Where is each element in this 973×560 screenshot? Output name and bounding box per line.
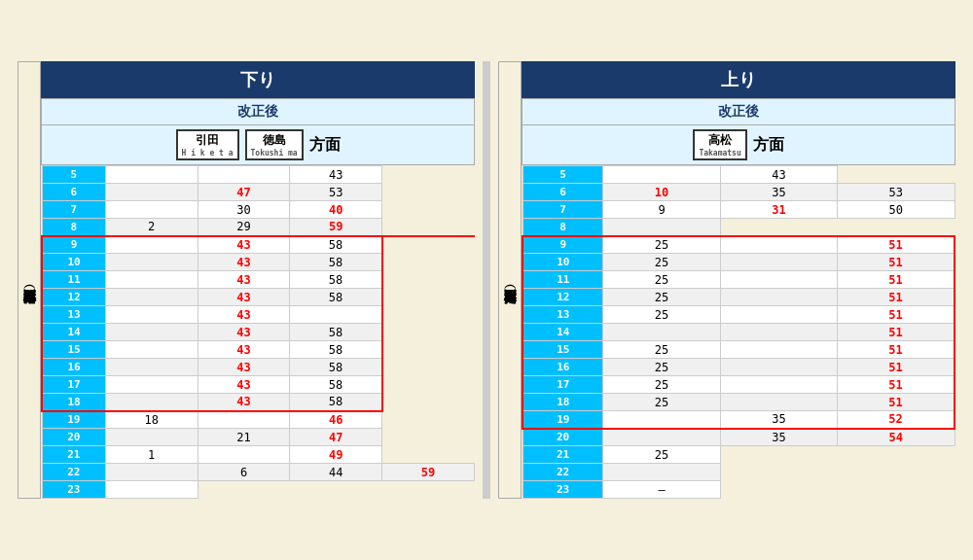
time-cell: 25 bbox=[603, 271, 720, 289]
time-cell: 59 bbox=[290, 219, 382, 236]
hour-cell: 22 bbox=[523, 464, 603, 481]
time-cell: 58 bbox=[290, 236, 382, 254]
hour-cell: 10 bbox=[523, 254, 603, 271]
hour-cell: 16 bbox=[42, 359, 105, 376]
time-cell bbox=[105, 464, 198, 481]
left-table-area: 下り 改正後 引田 H i k e t a 徳島 Tokushi ma 方面 5… bbox=[41, 61, 475, 499]
time-cell: 47 bbox=[198, 184, 290, 201]
time-cell: 52 bbox=[838, 411, 955, 429]
time-cell bbox=[720, 236, 837, 254]
time-cell: 47 bbox=[290, 429, 382, 446]
time-cell bbox=[105, 341, 198, 359]
time-cell: 9 bbox=[603, 201, 720, 219]
time-cell: 53 bbox=[838, 184, 955, 201]
time-cell bbox=[105, 481, 198, 499]
time-cell: 58 bbox=[290, 376, 382, 394]
time-cell bbox=[720, 376, 837, 394]
right-timetable-wrapper: 5436103553793150892551102551112551122551… bbox=[522, 165, 955, 499]
time-cell bbox=[720, 341, 837, 359]
left-section: 三本松駅（徳島方面） 下り 改正後 引田 H i k e t a 徳島 Toku… bbox=[18, 61, 475, 499]
time-cell: 43 bbox=[198, 341, 290, 359]
time-cell: — bbox=[603, 481, 720, 499]
time-cell: 21 bbox=[198, 429, 290, 446]
left-subheader: 改正後 bbox=[41, 98, 475, 125]
time-cell: 43 bbox=[198, 306, 290, 324]
time-cell: 49 bbox=[290, 446, 382, 464]
hour-cell: 17 bbox=[42, 376, 105, 394]
hour-cell: 19 bbox=[523, 411, 603, 429]
hour-cell: 6 bbox=[42, 184, 105, 201]
time-cell bbox=[603, 324, 720, 341]
time-cell: 58 bbox=[290, 341, 382, 359]
time-cell bbox=[198, 411, 290, 429]
time-cell bbox=[720, 271, 837, 289]
hour-cell: 12 bbox=[42, 289, 105, 306]
hour-cell: 18 bbox=[42, 394, 105, 411]
time-cell: 43 bbox=[198, 359, 290, 376]
time-cell bbox=[105, 184, 198, 201]
time-cell: 29 bbox=[198, 219, 290, 236]
hour-cell: 14 bbox=[42, 324, 105, 341]
time-cell: 25 bbox=[603, 254, 720, 271]
hour-cell: 8 bbox=[42, 219, 105, 236]
left-badge-hiketa: 引田 H i k e t a bbox=[176, 129, 239, 160]
hour-cell: 20 bbox=[523, 429, 603, 446]
time-cell bbox=[603, 464, 720, 481]
time-cell: 51 bbox=[838, 376, 955, 394]
time-cell: 43 bbox=[198, 289, 290, 306]
divider bbox=[483, 61, 490, 499]
time-cell: 18 bbox=[105, 411, 198, 429]
time-cell: 51 bbox=[838, 359, 955, 376]
time-cell bbox=[720, 359, 837, 376]
time-cell bbox=[603, 166, 720, 184]
hour-cell: 17 bbox=[523, 376, 603, 394]
hour-cell: 9 bbox=[523, 236, 603, 254]
time-cell bbox=[603, 219, 720, 236]
time-cell: 58 bbox=[290, 394, 382, 411]
right-timetable: 5436103553793150892551102551112551122551… bbox=[522, 165, 955, 499]
hour-cell: 6 bbox=[523, 184, 603, 201]
time-cell: 31 bbox=[720, 201, 837, 219]
time-cell: 25 bbox=[603, 394, 720, 411]
time-cell: 58 bbox=[290, 254, 382, 271]
time-cell: 43 bbox=[198, 236, 290, 254]
time-cell: 35 bbox=[720, 429, 837, 446]
time-cell: 6 bbox=[198, 464, 290, 481]
time-cell: 51 bbox=[838, 271, 955, 289]
left-direction-row: 引田 H i k e t a 徳島 Tokushi ma 方面 bbox=[41, 125, 475, 165]
hour-cell: 23 bbox=[42, 481, 105, 499]
time-cell bbox=[720, 306, 837, 324]
right-header: 上り bbox=[522, 61, 955, 98]
time-cell: 40 bbox=[290, 201, 382, 219]
right-station-label: 引田駅（高松方面） bbox=[498, 61, 522, 499]
hour-cell: 19 bbox=[42, 411, 105, 429]
left-timetable: 5436475373040822959943581043581143581243… bbox=[41, 165, 475, 499]
hour-cell: 16 bbox=[523, 359, 603, 376]
right-table-area: 上り 改正後 高松 Takamatsu 方面 54361035537931508… bbox=[522, 61, 955, 499]
time-cell bbox=[105, 394, 198, 411]
time-cell: 53 bbox=[290, 184, 382, 201]
time-cell bbox=[105, 166, 198, 184]
left-direction-text: 方面 bbox=[309, 135, 341, 156]
time-cell bbox=[198, 166, 290, 184]
time-cell bbox=[105, 271, 198, 289]
time-cell: 54 bbox=[838, 429, 955, 446]
time-cell bbox=[720, 289, 837, 306]
time-cell: 51 bbox=[838, 254, 955, 271]
hour-cell: 21 bbox=[42, 446, 105, 464]
hour-cell: 10 bbox=[42, 254, 105, 271]
time-cell bbox=[720, 254, 837, 271]
main-container: 三本松駅（徳島方面） 下り 改正後 引田 H i k e t a 徳島 Toku… bbox=[10, 53, 963, 507]
time-cell: 30 bbox=[198, 201, 290, 219]
right-direction-text: 方面 bbox=[753, 135, 784, 156]
hour-cell: 21 bbox=[523, 446, 603, 464]
hour-cell: 11 bbox=[42, 271, 105, 289]
time-cell bbox=[290, 306, 382, 324]
time-cell bbox=[105, 306, 198, 324]
time-cell: 1 bbox=[105, 446, 198, 464]
time-cell: 43 bbox=[198, 376, 290, 394]
time-cell bbox=[105, 324, 198, 341]
time-cell bbox=[198, 446, 290, 464]
time-cell: 51 bbox=[838, 289, 955, 306]
right-direction-row: 高松 Takamatsu 方面 bbox=[522, 125, 955, 165]
